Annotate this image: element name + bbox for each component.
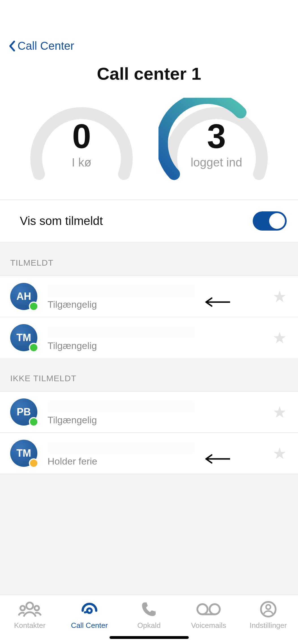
- user-meta: Tilgængelig: [48, 398, 195, 426]
- back-label: Call Center: [18, 40, 74, 52]
- gauge-logged-in: 3 logget ind: [158, 98, 275, 183]
- svg-point-3: [20, 606, 25, 610]
- chevron-left-icon: [8, 40, 15, 52]
- user-name-placeholder: [48, 400, 195, 413]
- tabbar: Kontakter Call Center Opkald Voicemails …: [0, 595, 298, 634]
- presence-dot: [29, 302, 38, 311]
- list-not-enrolled: PB Tilgængelig ★ TM Holder ferie ★: [0, 392, 298, 474]
- tab-label: Kontakter: [14, 621, 46, 630]
- status-bar: [0, 0, 298, 34]
- page-title: Call center 1: [0, 64, 298, 84]
- presence-dot: [29, 343, 38, 352]
- user-name-placeholder: [48, 326, 195, 339]
- tab-indstillinger[interactable]: Indstillinger: [238, 600, 298, 630]
- user-row[interactable]: TM Holder ferie ★: [0, 433, 298, 474]
- svg-point-4: [35, 606, 39, 610]
- user-name-placeholder: [48, 442, 195, 454]
- gauge-queue-value: 0: [72, 117, 91, 156]
- favorite-star-icon[interactable]: ★: [273, 287, 287, 306]
- tab-label: Call Center: [71, 621, 108, 630]
- voicemail-icon: [196, 600, 221, 618]
- gauge-queue: 0 I kø: [23, 98, 140, 183]
- annotation-arrow-icon: [203, 453, 231, 465]
- user-row[interactable]: PB Tilgængelig ★: [0, 392, 298, 433]
- avatar: PB: [10, 398, 37, 426]
- show-as-enrolled-row: Vis som tilmeldt: [0, 200, 298, 242]
- annotation-arrow-icon: [203, 296, 231, 308]
- avatar: TM: [10, 440, 37, 467]
- section-enrolled-header: TILMELDT: [0, 242, 298, 276]
- nav-bar: Call Center: [0, 34, 298, 55]
- tab-opkald[interactable]: Opkald: [119, 600, 179, 630]
- user-row[interactable]: AH Tilgængelig ★: [0, 276, 298, 317]
- tab-call-center[interactable]: Call Center: [60, 600, 119, 630]
- show-as-enrolled-toggle[interactable]: [253, 211, 287, 231]
- gauge-logged-in-value: 3: [207, 117, 226, 156]
- user-status: Tilgængelig: [48, 299, 195, 310]
- svg-point-11: [266, 605, 271, 609]
- favorite-star-icon[interactable]: ★: [273, 403, 287, 421]
- favorite-star-icon[interactable]: ★: [273, 444, 287, 463]
- empty-area: [0, 474, 298, 595]
- tab-label: Voicemails: [191, 621, 226, 630]
- contacts-icon: [17, 600, 42, 618]
- user-status: Tilgængelig: [48, 415, 195, 426]
- tab-voicemails[interactable]: Voicemails: [179, 600, 239, 630]
- tab-label: Opkald: [137, 621, 160, 630]
- svg-point-8: [210, 604, 220, 614]
- list-enrolled: AH Tilgængelig ★ TM Tilgængelig ★: [0, 276, 298, 358]
- user-meta: Tilgængelig: [48, 283, 195, 310]
- gauges-row: 0 I kø 3 logget ind: [0, 98, 298, 200]
- favorite-star-icon[interactable]: ★: [273, 329, 287, 347]
- tab-kontakter[interactable]: Kontakter: [0, 600, 60, 630]
- gauge-logged-in-label: logget ind: [191, 156, 242, 169]
- back-button[interactable]: Call Center: [8, 40, 74, 52]
- section-not-enrolled-header: IKKE TILMELDT: [0, 358, 298, 392]
- avatar: TM: [10, 324, 37, 351]
- user-status: Tilgængelig: [48, 340, 195, 351]
- user-name-placeholder: [48, 285, 195, 297]
- gauge-queue-label: I kø: [72, 156, 91, 169]
- svg-point-2: [26, 602, 33, 609]
- presence-dot: [29, 458, 38, 468]
- presence-dot: [29, 417, 38, 427]
- svg-line-6: [85, 612, 88, 612]
- user-meta: Holder ferie: [48, 440, 195, 467]
- user-meta: Tilgængelig: [48, 324, 195, 351]
- home-indicator: [110, 636, 189, 639]
- avatar: AH: [10, 283, 37, 310]
- show-as-enrolled-label: Vis som tilmeldt: [20, 214, 103, 228]
- user-row[interactable]: TM Tilgængelig ★: [0, 317, 298, 358]
- phone-icon: [136, 600, 162, 618]
- svg-point-7: [197, 604, 207, 614]
- user-status: Holder ferie: [48, 456, 195, 467]
- call-center-icon: [77, 600, 102, 618]
- tab-label: Indstillinger: [250, 621, 287, 630]
- settings-icon: [256, 600, 281, 618]
